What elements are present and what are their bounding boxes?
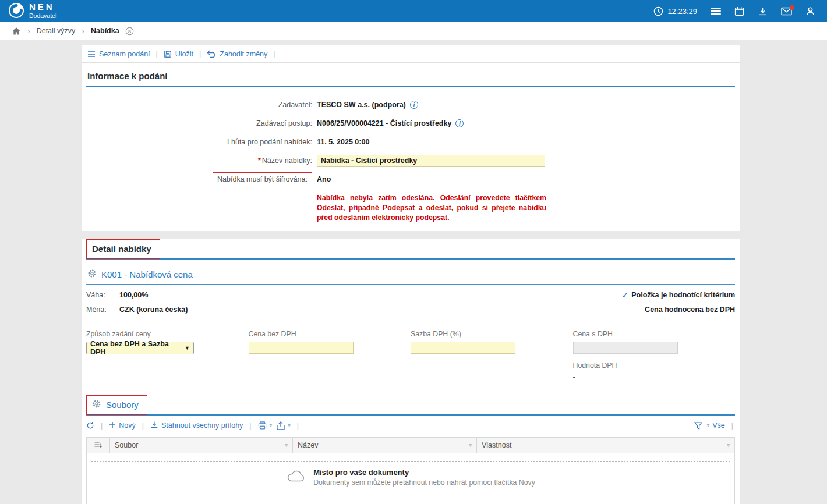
filter-scope-label: Vše xyxy=(712,421,725,430)
filter-scope-button[interactable]: ▿ Vše xyxy=(707,421,725,430)
zadavaci-postup-info-icon[interactable]: i xyxy=(455,119,464,127)
zadavaci-postup-value: N006/25/V00004221 - Čistící prostředky xyxy=(317,119,451,127)
breadcrumb: › Detail výzvy › Nabídka xyxy=(0,22,827,40)
export-button[interactable]: ▿ xyxy=(277,421,291,430)
save-button[interactable]: Uložit xyxy=(164,50,193,58)
detail-section-title: Detail nabídky xyxy=(92,244,151,254)
menu-icon[interactable] xyxy=(711,7,721,15)
files-table-header: Soubor ▿ Název ▿ Vlastnost ▿ xyxy=(87,438,734,453)
filter-icon[interactable] xyxy=(694,422,702,430)
new-file-button[interactable]: Nový xyxy=(109,421,135,430)
detail-title-highlight: Detail nabídky xyxy=(86,239,160,259)
vat-amount-label: Hodnota DPH xyxy=(573,361,736,370)
download-icon[interactable] xyxy=(758,6,768,16)
files-toolbar: | Nový | Stáhnout všechny přílohy | ▿ xyxy=(86,417,735,435)
column-options-icon[interactable] xyxy=(87,438,110,453)
info-section-header: Informace k podání xyxy=(86,71,735,87)
sifrovana-label-cell: Nabídka musí být šifrována: xyxy=(86,172,312,186)
price-entry-mode-value: Cena bez DPH a Sazba DPH xyxy=(90,340,185,356)
session-clock: 12:23:29 xyxy=(653,6,697,16)
column-filter-caret-icon[interactable]: ▿ xyxy=(727,442,730,448)
cloud-upload-icon xyxy=(286,469,306,485)
download-all-attachments-button[interactable]: Stáhnout všechny přílohy xyxy=(150,421,243,431)
breadcrumb-item-nabidka[interactable]: Nabídka xyxy=(91,27,119,35)
page-content: Seznam podání | Uložit | Zahodit změny |… xyxy=(0,40,827,504)
dph-note: Cena hodnocena bez DPH xyxy=(645,306,735,314)
save-label: Uložit xyxy=(175,50,193,58)
files-section-title: Soubory xyxy=(106,400,139,410)
price-without-vat-input[interactable] xyxy=(249,342,354,354)
download-attachments-icon xyxy=(150,421,158,431)
form-row-nazev: *Název nabídky: xyxy=(86,151,735,170)
files-title-highlight: Soubory xyxy=(86,395,147,415)
export-caret-icon: ▿ xyxy=(288,423,291,428)
column-header-nazev[interactable]: Název ▿ xyxy=(293,438,477,453)
close-tab-icon[interactable] xyxy=(125,27,134,36)
price-without-vat-column: Cena bez DPH xyxy=(249,330,411,381)
check-icon: ✓ xyxy=(622,291,628,300)
toolbar-separator: | xyxy=(101,421,103,430)
breadcrumb-item-detail-vyzvy[interactable]: Detail výzvy xyxy=(37,27,76,35)
topbar-actions: 12:23:29 xyxy=(653,6,815,16)
topbar: NEN Dodavatel 12:23:29 xyxy=(0,0,827,22)
file-dropzone[interactable]: Místo pro vaše dokumenty Dokumenty sem m… xyxy=(91,461,730,494)
main-toolbar: Seznam podání | Uložit | Zahodit změny | xyxy=(82,45,740,63)
column-header-vlastnost[interactable]: Vlastnost ▿ xyxy=(477,438,734,453)
list-submissions-button[interactable]: Seznam podání xyxy=(87,50,150,58)
price-entry-mode-select[interactable]: Cena bez DPH a Sazba DPH ▼ xyxy=(86,342,194,354)
user-icon[interactable] xyxy=(805,6,815,16)
column-filter-caret-icon[interactable]: ▿ xyxy=(469,442,472,448)
print-button[interactable]: ▿ xyxy=(258,421,273,430)
submission-panel: Seznam podání | Uložit | Zahodit změny |… xyxy=(82,45,740,231)
zadavatel-label: Zadavatel: xyxy=(86,101,312,109)
required-asterisk: * xyxy=(258,157,261,165)
files-gear-icon xyxy=(92,399,101,410)
breadcrumb-separator-icon: › xyxy=(82,26,84,36)
price-with-vat-column: Cena s DPH Hodnota DPH - xyxy=(573,330,736,381)
mail-icon[interactable] xyxy=(781,7,792,16)
vaha-value: 100,00% xyxy=(119,291,148,299)
price-mode-column: Způsob zadání ceny Cena bez DPH a Sazba … xyxy=(86,330,249,381)
toolbar-separator: | xyxy=(249,421,251,430)
list-icon xyxy=(87,51,96,58)
files-section-header: Soubory xyxy=(86,395,735,416)
select-arrow-icon: ▼ xyxy=(185,345,190,351)
toolbar-separator: | xyxy=(273,50,275,58)
save-icon xyxy=(164,50,172,58)
not-sent-warning: Nabídka nebyla zatím odeslána. Odeslání … xyxy=(317,193,546,223)
form-row-lhuta: Lhůta pro podání nabídek: 11. 5. 2025 0:… xyxy=(86,133,735,151)
offer-name-input[interactable] xyxy=(317,155,545,167)
form-row-zadavaci-postup: Zadávací postup: N006/25/V00004221 - Čis… xyxy=(86,114,735,133)
print-caret-icon: ▿ xyxy=(270,423,273,428)
mena-row: Měna: CZK (koruna česká) Cena hodnocena … xyxy=(86,303,735,317)
brand[interactable]: NEN Dodavatel xyxy=(8,2,56,19)
toolbar-separator: | xyxy=(199,50,201,58)
discard-icon xyxy=(207,50,216,58)
list-submissions-label: Seznam podání xyxy=(99,50,150,58)
calendar-icon[interactable] xyxy=(734,6,744,16)
sifrovana-label-highlight: Nabídka musí být šifrována: xyxy=(213,172,312,186)
price-with-vat-label: Cena s DPH xyxy=(573,330,736,338)
column-header-soubor[interactable]: Soubor ▿ xyxy=(110,438,293,453)
discard-changes-button[interactable]: Zahodit změny xyxy=(207,50,267,58)
column-filter-caret-icon[interactable]: ▿ xyxy=(285,442,288,448)
vat-rate-input[interactable] xyxy=(411,342,515,354)
home-icon[interactable] xyxy=(12,27,21,36)
zadavatel-info-icon[interactable]: i xyxy=(410,101,418,109)
new-file-label: Nový xyxy=(119,421,135,430)
k001-header: K001 - Nabídková cena xyxy=(86,269,735,285)
mena-value: CZK (koruna česká) xyxy=(119,306,188,314)
lhuta-value: 11. 5. 2025 0:00 xyxy=(317,138,369,146)
files-table: Soubor ▿ Název ▿ Vlastnost ▿ xyxy=(86,437,735,504)
refresh-button[interactable] xyxy=(86,421,94,430)
toolbar-separator: | xyxy=(142,421,144,430)
notification-dot xyxy=(790,5,794,10)
breadcrumb-separator-icon: › xyxy=(27,26,30,36)
k001-summary: Váha: 100,00% ✓ Položka je hodnotící kri… xyxy=(86,285,735,322)
kriterium-note: ✓ Položka je hodnotící kritérium xyxy=(622,291,735,300)
discard-changes-label: Zahodit změny xyxy=(220,50,267,58)
submission-form: Zadavatel: TESCO SW a.s. (podpora) i Zad… xyxy=(86,95,735,189)
price-with-vat-input xyxy=(573,342,678,354)
vat-amount-block: Hodnota DPH - xyxy=(573,361,736,381)
mena-label: Měna: xyxy=(86,306,119,314)
